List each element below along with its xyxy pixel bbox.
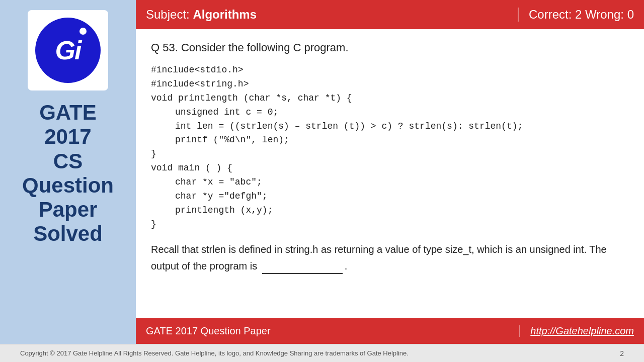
sidebar: Gi GATE 2017 CS Question Paper Solved bbox=[0, 0, 136, 344]
footer-right[interactable]: http://Gatehelpline.com bbox=[520, 325, 644, 337]
code-line11: printlength (x,y); bbox=[175, 204, 629, 218]
recall-content: Recall that strlen is defined in string.… bbox=[151, 244, 607, 272]
sidebar-line5: Paper bbox=[22, 198, 114, 222]
page-number: 2 bbox=[620, 349, 624, 357]
code-line5: int len = ((strlen(s) – strlen (t)) > c)… bbox=[175, 120, 629, 134]
sidebar-line2: 2017 bbox=[22, 125, 114, 149]
blank-answer bbox=[262, 257, 343, 274]
logo-container: Gi bbox=[28, 10, 108, 90]
header-subject: Subject: Algorithms bbox=[136, 8, 519, 22]
code-line8: void main ( ) { bbox=[151, 161, 629, 175]
footer-bar: GATE 2017 Question Paper http://Gatehelp… bbox=[136, 318, 644, 344]
footer-left: GATE 2017 Question Paper bbox=[136, 325, 520, 337]
logo-dot bbox=[79, 28, 87, 35]
subject-value: Algorithms bbox=[193, 8, 257, 21]
code-line3: void printlength (char *s, char *t) { bbox=[151, 92, 629, 106]
copyright-bar: Copyright © 2017 Gate Helpline All Right… bbox=[0, 344, 644, 362]
question-content: Q 53. Consider the following C program. … bbox=[136, 29, 644, 318]
content-area: Subject: Algorithms Correct: 2 Wrong: 0 … bbox=[136, 0, 644, 344]
logo-letters: Gi bbox=[55, 37, 81, 63]
code-line10: char *y ="defgh"; bbox=[175, 190, 629, 204]
logo-circle: Gi bbox=[35, 18, 101, 83]
sidebar-line4: Question bbox=[22, 173, 114, 198]
code-line4: unsigned int c = 0; bbox=[175, 106, 629, 120]
recall-end: . bbox=[345, 260, 348, 272]
sidebar-line3: CS bbox=[22, 149, 114, 173]
code-line1: #include<stdio.h> bbox=[151, 63, 629, 77]
code-line9: char *x = "abc"; bbox=[175, 175, 629, 190]
code-block: #include<stdio.h> #include<string.h> voi… bbox=[151, 63, 629, 232]
subject-label: Subject: bbox=[146, 8, 193, 21]
code-line12: } bbox=[151, 218, 629, 232]
header-score: Correct: 2 Wrong: 0 bbox=[519, 8, 644, 22]
sidebar-line6: Solved bbox=[22, 222, 114, 246]
code-line2: #include<string.h> bbox=[151, 77, 629, 92]
question-title: Q 53. Consider the following C program. bbox=[151, 41, 629, 54]
recall-text: Recall that strlen is defined in string.… bbox=[151, 242, 629, 274]
sidebar-title: GATE 2017 CS Question Paper Solved bbox=[22, 101, 114, 246]
sidebar-line1: GATE bbox=[22, 101, 114, 125]
copyright-text: Copyright © 2017 Gate Helpline All Right… bbox=[20, 349, 409, 357]
code-line7: } bbox=[151, 147, 629, 161]
header-bar: Subject: Algorithms Correct: 2 Wrong: 0 bbox=[136, 0, 644, 29]
main-wrapper: Gi GATE 2017 CS Question Paper Solved Su… bbox=[0, 0, 644, 344]
code-line6: printf ("%d\n", len); bbox=[175, 133, 629, 147]
